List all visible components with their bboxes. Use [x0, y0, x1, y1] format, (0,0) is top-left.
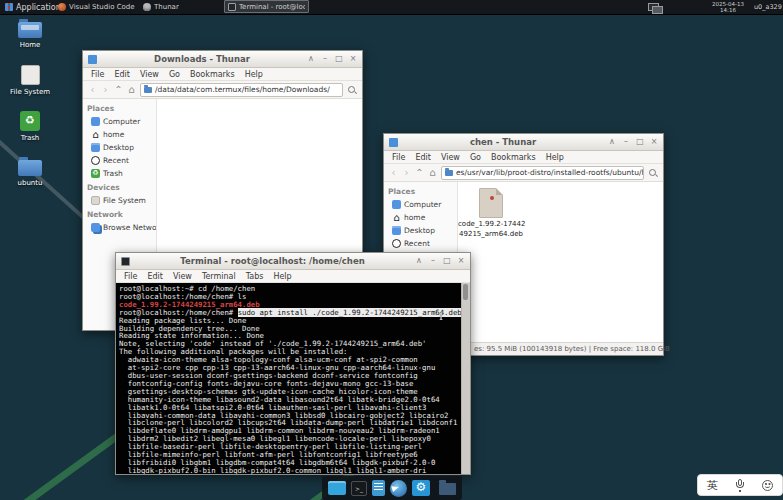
ime-bar: 英	[697, 474, 783, 496]
ibeam-cursor: I	[439, 311, 443, 322]
minimize-button-icon[interactable]	[321, 54, 329, 64]
home-nav-icon[interactable]: ⌂	[428, 167, 437, 179]
terminal-content[interactable]: root@localhost:~# cd /home/chenroot@loca…	[116, 283, 470, 474]
chen-titlebar[interactable]: chen - Thunar	[384, 134, 663, 151]
forward-icon[interactable]: ›	[402, 167, 411, 179]
desktop-icon-ubuntu[interactable]: ubuntu	[6, 156, 54, 194]
menu-item-file[interactable]: File	[119, 272, 142, 281]
close-button-icon[interactable]	[650, 137, 658, 147]
downloads-menubar: FileEditViewGoBookmarksHelp	[83, 68, 362, 81]
terminal-dock-icon[interactable]	[351, 481, 367, 496]
shade-button-icon[interactable]	[608, 137, 616, 147]
task-button-terminal[interactable]: Terminal - root@localho...	[224, 0, 309, 13]
back-icon[interactable]: ‹	[389, 167, 398, 179]
editor-dock-icon[interactable]	[372, 480, 385, 496]
minimize-button-icon[interactable]	[429, 256, 437, 266]
menu-item-go[interactable]: Go	[164, 70, 185, 79]
sidebar-item-file-system[interactable]: File System	[83, 194, 156, 207]
files-dock-icon[interactable]	[439, 483, 456, 495]
up-icon[interactable]: ⌃	[415, 167, 424, 179]
task-button-visual[interactable]: Visual Studio Code - Co...	[54, 0, 139, 13]
path-field[interactable]: /data/data/com.termux/files/home/Downloa…	[140, 83, 343, 97]
places-header: Places	[384, 184, 457, 198]
menu-item-view[interactable]: View	[436, 153, 465, 162]
desktop: Applications Visual Studio Code - Co...T…	[0, 0, 783, 500]
panel-clock[interactable]: 2025-04-13 14:16	[706, 1, 750, 13]
menu-item-file[interactable]: File	[86, 70, 109, 79]
sidebar-item-label: Computer	[404, 200, 441, 209]
path-field[interactable]: es/usr/var/lib/proot-distro/installed-ro…	[441, 166, 644, 180]
back-icon[interactable]: ‹	[88, 84, 97, 96]
downloads-titlebar[interactable]: Downloads - Thunar	[83, 51, 362, 68]
sidebar-item-home[interactable]: home	[83, 128, 156, 141]
up-icon[interactable]: ⌃	[114, 84, 123, 96]
menu-item-view[interactable]: View	[168, 272, 197, 281]
sidebar-item-recent[interactable]: Recent	[384, 237, 457, 250]
close-button-icon[interactable]	[457, 256, 465, 266]
terminal-titlebar[interactable]: Terminal - root@localhost: /home/chen	[116, 253, 470, 270]
applications-icon	[5, 3, 13, 11]
sidebar-item-trash[interactable]: Trash	[83, 167, 156, 180]
show-desktop-icon[interactable]	[328, 481, 346, 495]
menu-item-terminal[interactable]: Terminal	[197, 272, 241, 281]
settings-dock-icon[interactable]	[412, 480, 430, 496]
sidebar-item-computer[interactable]: Computer	[83, 115, 156, 128]
menu-item-tabs[interactable]: Tabs	[241, 272, 269, 281]
maximize-button-icon[interactable]	[636, 137, 644, 147]
dock	[322, 476, 462, 500]
sidebar-item-desktop[interactable]: Desktop	[384, 224, 457, 237]
thunar-icon	[143, 3, 151, 11]
menu-item-edit[interactable]: Edit	[109, 70, 135, 79]
task-button-thunar[interactable]: Thunar	[139, 0, 224, 13]
shade-button-icon[interactable]	[415, 256, 423, 266]
desktop-icon-file-system[interactable]: File System	[6, 64, 54, 102]
menu-item-bookmarks[interactable]: Bookmarks	[185, 70, 240, 79]
minimize-button-icon[interactable]	[622, 137, 630, 147]
search-icon[interactable]	[347, 85, 357, 95]
desktop-icon-home[interactable]: Home	[6, 18, 54, 56]
deb-file-item[interactable]: code_1.99.2-17442 49215_arm64.deb	[458, 188, 524, 238]
search-icon[interactable]	[648, 168, 658, 178]
terminal-scrollbar[interactable]	[461, 283, 470, 474]
emoji-icon[interactable]	[762, 480, 773, 491]
chen-file-area[interactable]: code_1.99.2-17442 49215_arm64.deb	[458, 182, 663, 342]
menu-item-edit[interactable]: Edit	[410, 153, 436, 162]
menu-item-edit[interactable]: Edit	[142, 272, 168, 281]
maximize-button-icon[interactable]	[335, 54, 343, 64]
shade-button-icon[interactable]	[307, 54, 315, 64]
desktop-icon-trash[interactable]: Trash	[6, 110, 54, 148]
maximize-button-icon[interactable]	[443, 256, 451, 266]
places-header: Places	[83, 101, 156, 115]
menu-item-bookmarks[interactable]: Bookmarks	[486, 153, 541, 162]
terminal-window: Terminal - root@localhost: /home/chen Fi…	[115, 252, 471, 475]
menu-item-view[interactable]: View	[135, 70, 164, 79]
sidebar-item-label: home	[404, 213, 425, 222]
desktop-icon-label: ubuntu	[6, 179, 54, 187]
workspace-pager-icon[interactable]	[648, 3, 659, 11]
sidebar-item-recent[interactable]: Recent	[83, 154, 156, 167]
microphone-icon[interactable]	[735, 479, 745, 492]
desktop-icon-column: HomeFile SystemTrashubuntu	[6, 18, 54, 194]
network-header: Network	[83, 207, 156, 221]
desktop-icon	[91, 143, 100, 152]
sidebar-item-desktop[interactable]: Desktop	[83, 141, 156, 154]
sidebar-item-computer[interactable]: Computer	[384, 198, 457, 211]
menu-item-go[interactable]: Go	[465, 153, 486, 162]
desktop-icon-label: Trash	[6, 134, 54, 142]
menu-item-help[interactable]: Help	[240, 70, 268, 79]
close-button-icon[interactable]	[349, 54, 357, 64]
menu-item-file[interactable]: File	[387, 153, 410, 162]
ime-language-indicator[interactable]: 英	[707, 478, 718, 493]
menu-item-help[interactable]: Help	[541, 153, 569, 162]
sidebar-item-browse-network[interactable]: Browse Network	[83, 221, 156, 234]
sidebar-item-home[interactable]: home	[384, 211, 457, 224]
recent-icon	[91, 156, 100, 165]
browser-dock-icon[interactable]	[390, 480, 407, 497]
sidebar-item-label: Desktop	[404, 226, 435, 235]
menu-item-help[interactable]: Help	[268, 272, 296, 281]
home-nav-icon[interactable]: ⌂	[127, 84, 136, 96]
trash-can-icon	[20, 111, 40, 131]
forward-icon[interactable]: ›	[101, 84, 110, 96]
desktop-icon	[392, 226, 401, 235]
scrollbar-thumb[interactable]	[463, 284, 468, 300]
